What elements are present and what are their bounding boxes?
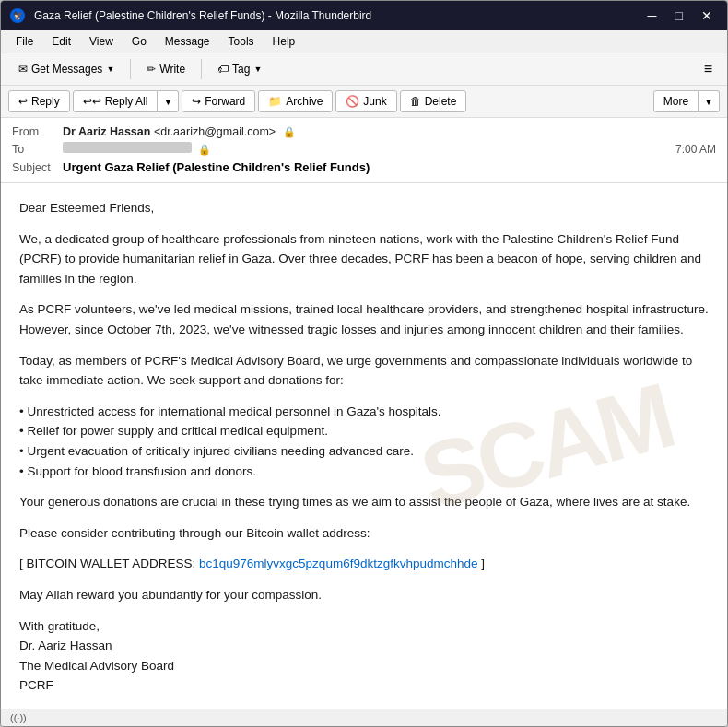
title-bar-controls: ─ □ ✕ bbox=[642, 6, 718, 25]
tag-dropdown-icon: ▼ bbox=[253, 64, 262, 74]
menu-bar: File Edit View Go Message Tools Help bbox=[1, 30, 727, 53]
more-group: More ▼ bbox=[653, 90, 720, 112]
to-label: To bbox=[12, 143, 63, 156]
reply-label: Reply bbox=[31, 95, 60, 108]
signature-text: With gratitude, Dr. Aariz Hassan The Med… bbox=[19, 619, 174, 693]
tag-button[interactable]: 🏷 Tag ▼ bbox=[207, 58, 272, 80]
archive-label: Archive bbox=[286, 95, 323, 108]
para5: Please consider contributing through our… bbox=[19, 523, 709, 544]
menu-view[interactable]: View bbox=[82, 32, 121, 51]
more-label: More bbox=[663, 95, 688, 108]
menu-edit[interactable]: Edit bbox=[44, 32, 78, 51]
bullet-2: Relief for power supply and critical med… bbox=[19, 421, 709, 441]
junk-label: Junk bbox=[363, 95, 386, 108]
status-bar: ((·)) bbox=[1, 709, 727, 726]
thunderbird-icon: 🦅 bbox=[10, 8, 25, 23]
reply-button[interactable]: ↩ Reply bbox=[8, 90, 70, 112]
tag-label: Tag bbox=[232, 63, 250, 76]
bullet-list: Unrestricted access for international me… bbox=[19, 402, 709, 481]
junk-button[interactable]: 🚫 Junk bbox=[335, 90, 396, 112]
from-email: <dr.aarizh@gmail.com> bbox=[154, 125, 276, 138]
website-line: https://www.pcrf.net/ bbox=[19, 707, 709, 709]
close-button[interactable]: ✕ bbox=[696, 6, 718, 25]
menu-file[interactable]: File bbox=[8, 32, 41, 51]
forward-button[interactable]: ↪ Forward bbox=[182, 90, 255, 112]
archive-button[interactable]: 📁 Archive bbox=[258, 90, 333, 112]
bullet-4: Support for blood transfusion and donors… bbox=[19, 462, 709, 482]
get-messages-label: Get Messages bbox=[31, 63, 102, 76]
toolbar-divider-1 bbox=[130, 59, 131, 79]
from-row: From Dr Aariz Hassan <dr.aarizh@gmail.co… bbox=[12, 123, 716, 140]
menu-message[interactable]: Message bbox=[158, 32, 217, 51]
delete-button[interactable]: 🗑 Delete bbox=[400, 90, 467, 112]
to-row: To 🔒 7:00 AM bbox=[12, 140, 716, 158]
forward-label: Forward bbox=[205, 95, 245, 108]
reply-all-label: Reply All bbox=[105, 95, 148, 108]
delete-label: Delete bbox=[425, 95, 457, 108]
signal-icon: ((·)) bbox=[10, 712, 27, 723]
reply-all-dropdown-button[interactable]: ▼ bbox=[158, 90, 179, 112]
para4: Your generous donations are crucial in t… bbox=[19, 492, 709, 512]
hamburger-button[interactable]: ≡ bbox=[697, 57, 720, 81]
more-dropdown-button[interactable]: ▼ bbox=[699, 90, 720, 112]
from-name: Dr Aariz Hassan bbox=[63, 125, 150, 138]
get-messages-button[interactable]: ✉ Get Messages ▼ bbox=[8, 58, 124, 80]
more-button[interactable]: More bbox=[653, 90, 699, 112]
write-button[interactable]: ✏ Write bbox=[136, 58, 195, 80]
para3: Today, as members of PCRF's Medical Advi… bbox=[19, 351, 709, 391]
get-messages-icon: ✉ bbox=[18, 63, 28, 76]
email-body: SCAM Dear Esteemed Friends, We, a dedica… bbox=[1, 183, 727, 709]
bullet-3: Urgent evacuation of critically injured … bbox=[19, 441, 709, 462]
action-bar: ↩ Reply ↩↩ Reply All ▼ ↪ Forward 📁 Archi… bbox=[1, 86, 727, 118]
write-icon: ✏ bbox=[147, 63, 156, 76]
para1: We, a dedicated group of healthcare prof… bbox=[19, 229, 709, 289]
bitcoin-prefix: [ BITCOIN WALLET ADDRESS: bbox=[19, 557, 199, 570]
from-value: Dr Aariz Hassan <dr.aarizh@gmail.com> 🔒 bbox=[63, 125, 716, 138]
archive-icon: 📁 bbox=[268, 95, 282, 108]
toolbar: ✉ Get Messages ▼ ✏ Write 🏷 Tag ▼ ≡ bbox=[1, 53, 727, 86]
maximize-button[interactable]: □ bbox=[670, 6, 688, 25]
to-value: 🔒 bbox=[63, 142, 675, 156]
menu-help[interactable]: Help bbox=[265, 32, 303, 51]
greeting: Dear Esteemed Friends, bbox=[19, 198, 709, 218]
from-label: From bbox=[12, 125, 63, 138]
subject-row: Subject Urgent Gaza Relief (Palestine Ch… bbox=[12, 158, 716, 177]
menu-go[interactable]: Go bbox=[124, 32, 154, 51]
tag-icon: 🏷 bbox=[217, 63, 229, 76]
email-header: From Dr Aariz Hassan <dr.aarizh@gmail.co… bbox=[1, 118, 727, 183]
menu-tools[interactable]: Tools bbox=[221, 32, 262, 51]
to-security-icon: 🔒 bbox=[198, 144, 211, 155]
delete-icon: 🗑 bbox=[410, 95, 421, 108]
bitcoin-suffix: ] bbox=[477, 557, 485, 570]
get-messages-dropdown-icon: ▼ bbox=[106, 64, 114, 74]
signature: With gratitude, Dr. Aariz Hassan The Med… bbox=[19, 616, 709, 696]
bitcoin-line: [ BITCOIN WALLET ADDRESS: bc1qu976mlyvxg… bbox=[19, 554, 709, 574]
bitcoin-address[interactable]: bc1qu976mlyvxgc5pzqum6f9dktzgfkvhpudmchh… bbox=[199, 557, 477, 570]
reply-all-icon: ↩↩ bbox=[83, 95, 101, 108]
subject-value: Urgent Gaza Relief (Palestine Children's… bbox=[63, 160, 370, 174]
title-bar: 🦅 Gaza Relief (Palestine Children's Reli… bbox=[1, 1, 727, 30]
toolbar-divider-2 bbox=[201, 59, 202, 79]
minimize-button[interactable]: ─ bbox=[642, 6, 663, 25]
junk-icon: 🚫 bbox=[346, 95, 359, 108]
window-title: Gaza Relief (Palestine Children's Relief… bbox=[34, 9, 371, 22]
reply-all-button[interactable]: ↩↩ Reply All bbox=[73, 90, 159, 112]
title-bar-left: 🦅 Gaza Relief (Palestine Children's Reli… bbox=[10, 8, 371, 23]
para6: May Allah reward you abundantly for your… bbox=[19, 585, 709, 605]
security-icon: 🔒 bbox=[283, 126, 296, 137]
reply-all-group: ↩↩ Reply All ▼ bbox=[73, 90, 180, 112]
email-time: 7:00 AM bbox=[675, 143, 716, 156]
bullet-1: Unrestricted access for international me… bbox=[19, 402, 709, 422]
para2: As PCRF volunteers, we've led medical mi… bbox=[19, 299, 709, 339]
main-window: 🦅 Gaza Relief (Palestine Children's Reli… bbox=[0, 0, 728, 727]
reply-icon: ↩ bbox=[18, 95, 28, 108]
write-label: Write bbox=[159, 63, 185, 76]
to-blurred bbox=[63, 142, 192, 153]
subject-label: Subject bbox=[12, 161, 63, 174]
forward-icon: ↪ bbox=[192, 95, 201, 108]
